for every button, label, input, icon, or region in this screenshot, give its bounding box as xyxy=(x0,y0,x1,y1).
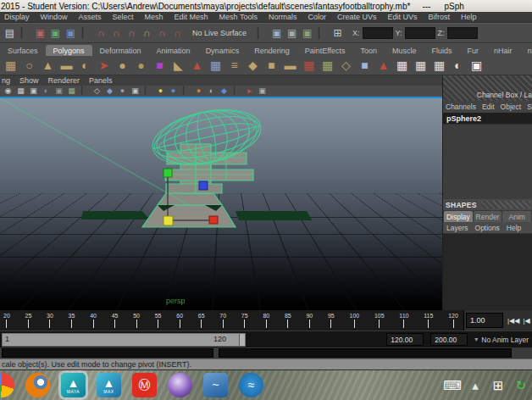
menu-item[interactable]: Mesh Tools xyxy=(219,13,258,21)
layer-menu-item[interactable]: Options xyxy=(475,224,500,232)
viewport-3d[interactable]: persp xyxy=(0,97,442,310)
y-input[interactable] xyxy=(405,27,435,39)
menu-item[interactable]: Select xyxy=(113,13,134,21)
manip-handle-green[interactable] xyxy=(163,169,172,177)
field-chart-icon[interactable]: ▦ xyxy=(66,86,77,97)
timeline-tick[interactable]: 20 xyxy=(3,313,10,331)
maya-icon[interactable]: ▲ MAYA xyxy=(61,373,86,397)
poly-soccerball-icon[interactable]: ◐ xyxy=(76,57,94,75)
uv-checker3-icon[interactable]: ▦ xyxy=(430,57,448,75)
x-input[interactable] xyxy=(363,27,393,39)
poly-box-icon[interactable]: ■ xyxy=(263,57,280,75)
smooth-shade-icon[interactable]: ◆ xyxy=(104,86,115,97)
make-live-icon[interactable]: ∩ xyxy=(171,26,184,40)
isolate-select-icon[interactable]: ▸ xyxy=(244,86,255,97)
timeline-tick[interactable]: 70 xyxy=(219,313,226,331)
timeline-tick[interactable]: 60 xyxy=(176,313,183,331)
poly-slab-icon[interactable]: ▬ xyxy=(281,57,299,75)
menu-item[interactable]: Help xyxy=(461,13,477,21)
menu-item[interactable]: Create UVs xyxy=(337,13,377,21)
render-current-frame-icon[interactable]: ▣ xyxy=(270,26,283,40)
panel-menu-item[interactable]: ng xyxy=(2,76,10,85)
ambient-occlusion-icon[interactable]: ◐ xyxy=(206,86,217,97)
snap-grid-icon[interactable]: ∩ xyxy=(95,26,108,40)
shelf-tab[interactable]: Rendering xyxy=(247,45,297,56)
divider[interactable]: ▏ xyxy=(180,86,191,97)
jet-cone-icon[interactable]: ▲ xyxy=(374,57,392,75)
divider[interactable]: ▏ xyxy=(255,26,268,40)
command-input[interactable] xyxy=(2,348,213,358)
textured-mode-icon[interactable]: ▣ xyxy=(130,86,141,97)
snap-view-plane-icon[interactable]: ∩ xyxy=(156,26,169,40)
save-scene-icon[interactable]: ▣ xyxy=(64,26,77,40)
input-field-mode-icon[interactable]: ⊞ xyxy=(331,26,344,40)
platonic-solid-icon[interactable]: ■ xyxy=(151,57,169,75)
flat-shade-icon[interactable]: ● xyxy=(117,86,128,97)
uv-checker2-icon[interactable]: ▦ xyxy=(412,57,429,75)
separate-icon[interactable]: ▦ xyxy=(319,57,336,75)
tray-expand-icon[interactable]: ▴ xyxy=(467,375,484,394)
sync-icon[interactable]: ↻ xyxy=(513,375,529,394)
timeline-tick[interactable]: 95 xyxy=(328,313,335,331)
channel-list-empty[interactable] xyxy=(443,124,532,199)
layer-editor-tab[interactable]: Display xyxy=(444,211,473,222)
menu-item[interactable]: Edit UVs xyxy=(388,13,418,21)
manip-handle-red[interactable] xyxy=(209,216,218,224)
layer-list-empty[interactable] xyxy=(443,233,532,310)
timeline-tick[interactable]: 45 xyxy=(112,313,119,331)
sculpt-tool-icon[interactable]: ➤ xyxy=(95,57,113,75)
channel-box-menu-item[interactable]: Object xyxy=(501,103,522,111)
layer-menu-item[interactable]: Help xyxy=(507,224,521,232)
divider[interactable]: ▏ xyxy=(142,86,153,97)
shelf-tab[interactable]: Muscle xyxy=(385,45,424,56)
ground-face-right[interactable] xyxy=(236,211,312,220)
timeline-tick[interactable]: 85 xyxy=(285,313,291,331)
layer-editor-tab[interactable]: Anim xyxy=(502,211,531,222)
menu-item[interactable]: Normals xyxy=(269,13,297,21)
menu-item[interactable]: Mesh xyxy=(145,13,163,21)
timeline-tick[interactable]: 120 xyxy=(448,313,458,331)
timeline-tick[interactable]: 75 xyxy=(241,313,248,331)
menu-item[interactable]: Window xyxy=(41,13,68,21)
shelf-tab[interactable]: nHair xyxy=(486,45,520,56)
xray-icon[interactable]: ▣ xyxy=(257,86,268,97)
snap-curve-icon[interactable]: ∩ xyxy=(110,26,123,40)
snap-projected-center-icon[interactable]: ∩ xyxy=(141,26,153,40)
football-wireframe[interactable] xyxy=(147,101,266,174)
no-live-surface-label[interactable]: No Live Surface xyxy=(192,29,247,37)
touch-keyboard-icon[interactable]: ⌨ xyxy=(444,375,461,394)
chrome-icon[interactable] xyxy=(0,373,14,397)
playback-end-field[interactable]: 120.00 xyxy=(386,333,424,346)
divider[interactable]: ▏ xyxy=(19,26,31,40)
mysql-workbench-icon[interactable]: ~ xyxy=(203,373,228,397)
poly-pencil-icon[interactable]: ▲ xyxy=(188,57,206,75)
panel-menu-item[interactable]: Renderer xyxy=(48,76,80,85)
poly-subd-sphere-icon[interactable]: ● xyxy=(132,57,150,75)
shelf-tab[interactable]: Fur xyxy=(460,45,487,56)
layer-menu-item[interactable]: Layers xyxy=(446,224,468,232)
current-frame-field[interactable]: 1.00 xyxy=(466,313,503,328)
uv-checker-box-icon[interactable]: ▣ xyxy=(468,57,485,75)
timeline-tick[interactable]: 90 xyxy=(306,313,313,331)
timeline-tick[interactable]: 105 xyxy=(374,313,385,331)
uv-checker-sphere-icon[interactable]: ◐ xyxy=(449,57,467,75)
manip-handle-yellow[interactable] xyxy=(163,216,173,225)
shelf-tab[interactable]: Animation xyxy=(149,45,198,56)
timeline-tick[interactable]: 115 xyxy=(424,313,433,331)
film-gate-icon[interactable]: ▣ xyxy=(28,86,39,97)
timeline-tick[interactable]: 40 xyxy=(90,313,97,331)
new-scene-icon[interactable]: ▣ xyxy=(34,26,47,40)
channel-box-menu-item[interactable]: Show xyxy=(527,103,532,111)
openoffice-icon[interactable]: ≈ xyxy=(239,373,263,397)
wireframe-mode-icon[interactable]: ◇ xyxy=(91,86,103,97)
default-light-icon[interactable]: ● xyxy=(155,86,166,97)
panel-menu-item[interactable]: Panels xyxy=(89,76,113,85)
divider[interactable]: ▏ xyxy=(316,26,329,40)
manip-handle-blue[interactable] xyxy=(199,181,208,190)
makerbot-icon[interactable]: Ⓜ xyxy=(132,373,157,397)
timeline-tick[interactable]: 30 xyxy=(47,313,53,331)
go-to-start-button[interactable]: |◀◀ xyxy=(507,317,519,325)
channel-box-menu-item[interactable]: Edit xyxy=(482,103,495,111)
menu-item[interactable]: Color xyxy=(308,13,326,21)
divider[interactable]: ▏ xyxy=(231,86,242,97)
